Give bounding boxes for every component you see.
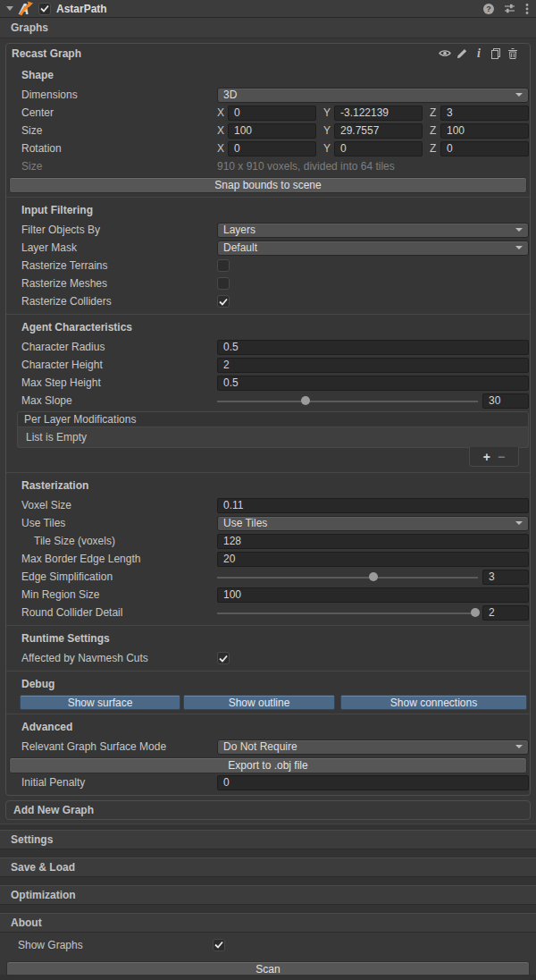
field-value-area: 0 — [217, 775, 529, 790]
section-header-save-load[interactable]: Save & Load — [0, 858, 536, 877]
tile-size-voxels-field[interactable]: 128 — [217, 534, 529, 549]
axis-label: Y — [323, 142, 334, 155]
show-surface-button[interactable]: Show surface — [20, 695, 180, 710]
filter-objects-by-dropdown[interactable]: Layers — [217, 223, 529, 238]
field-value-area: 0.11 — [217, 498, 529, 513]
round-collider-detail-field[interactable]: 2 — [482, 605, 529, 621]
initial-penalty-field[interactable]: 0 — [217, 775, 529, 790]
duplicate-icon[interactable] — [490, 47, 502, 60]
row-size: Size910 x 910 voxels, divided into 64 ti… — [6, 157, 530, 175]
field-label: Size — [21, 160, 217, 173]
export-to-obj-file-button[interactable]: Export to .obj file — [9, 757, 527, 773]
chevron-down-icon — [515, 93, 523, 97]
row-character-height: Character Height2 — [6, 356, 530, 374]
rasterize-terrains-checkbox[interactable] — [217, 259, 230, 272]
section-header-about[interactable]: About — [0, 913, 536, 933]
rotation-x-field[interactable]: 0 — [228, 141, 316, 156]
field-label: Character Height — [21, 359, 217, 371]
trash-icon[interactable] — [507, 47, 519, 60]
field-label: Show Graphs — [18, 939, 213, 951]
round-collider-detail-slider[interactable] — [217, 605, 478, 621]
field-value-area: 0.5 — [217, 340, 529, 355]
add-item-button[interactable]: + — [483, 451, 490, 463]
row-size: SizeX100Y29.7557Z100 — [6, 122, 530, 139]
relevant-graph-surface-mode-dropdown[interactable]: Do Not Require — [217, 739, 529, 755]
character-height-field[interactable]: 2 — [217, 358, 529, 373]
voxel-size-field[interactable]: 0.11 — [217, 498, 529, 513]
rasterize-colliders-checkbox[interactable] — [217, 295, 230, 308]
rasterize-meshes-checkbox[interactable] — [217, 277, 230, 290]
slider-track[interactable] — [217, 577, 478, 579]
field-value-area: 2 — [217, 358, 529, 373]
section-header-settings[interactable]: Settings — [0, 830, 536, 849]
show-connections-button[interactable]: Show connections — [340, 695, 527, 710]
field-value-area: Use Tiles — [217, 516, 529, 531]
max-border-edge-length-field[interactable]: 20 — [217, 552, 529, 567]
use-tiles-dropdown[interactable]: Use Tiles — [217, 516, 529, 531]
section-agent-characteristics: Agent CharacteristicsCharacter Radius0.5… — [6, 315, 530, 469]
field-label: Max Border Edge Length — [21, 553, 217, 565]
max-step-height-field[interactable]: 0.5 — [217, 376, 529, 391]
edge-simplification-field[interactable]: 3 — [482, 570, 529, 585]
slider-track[interactable] — [217, 401, 478, 402]
center-z-field[interactable]: 3 — [440, 106, 529, 121]
affected-by-navmesh-cuts-checkbox[interactable] — [217, 652, 230, 664]
remove-item-button[interactable]: − — [498, 451, 505, 463]
section-title: Shape — [6, 68, 530, 82]
edge-simplification-slider[interactable] — [217, 570, 478, 585]
chevron-down-icon — [515, 246, 523, 249]
size-z-field[interactable]: 100 — [440, 123, 529, 139]
snap-bounds-to-scene-button[interactable]: Snap bounds to scene — [9, 177, 527, 193]
field-label: Rasterize Meshes — [21, 277, 217, 290]
row-tile-size-voxels: Tile Size (voxels)128 — [6, 532, 530, 550]
center-x-field[interactable]: 0 — [228, 106, 316, 121]
min-region-size-field[interactable]: 100 — [217, 587, 529, 603]
slider-thumb[interactable] — [301, 396, 310, 405]
dropdown-value: Use Tiles — [223, 517, 267, 529]
eye-icon[interactable] — [439, 47, 451, 60]
section-title: Agent Characteristics — [6, 320, 530, 334]
info-text: 910 x 910 voxels, divided into 64 tiles — [217, 160, 395, 173]
slider-track[interactable] — [217, 612, 478, 614]
field-label: Voxel Size — [21, 499, 217, 511]
section-advanced: AdvancedRelevant Graph Surface ModeDo No… — [6, 714, 530, 791]
slider-thumb[interactable] — [369, 572, 378, 581]
help-icon[interactable]: ? — [483, 4, 494, 14]
character-radius-field[interactable]: 0.5 — [217, 340, 529, 355]
center-y-field[interactable]: -3.122139 — [334, 106, 423, 121]
chevron-down-icon — [515, 521, 523, 525]
rotation-z-field[interactable]: 0 — [440, 141, 529, 156]
field-label: Size — [21, 124, 217, 137]
kebab-menu-icon[interactable] — [525, 3, 529, 15]
graphs-section-header[interactable]: Graphs — [0, 18, 536, 38]
show-graphs-checkbox[interactable] — [213, 939, 225, 951]
foldout-arrow-icon[interactable] — [6, 6, 13, 11]
row-filter-objects-by: Filter Objects ByLayers — [6, 221, 530, 239]
show-outline-button[interactable]: Show outline — [183, 695, 335, 710]
enabled-checkbox[interactable] — [38, 3, 51, 15]
dimensions-dropdown[interactable]: 3D — [217, 88, 529, 103]
section-title: Input Filtering — [6, 203, 530, 217]
presets-icon[interactable] — [504, 3, 515, 14]
section-header-optimization[interactable]: Optimization — [0, 885, 536, 905]
max-slope-field[interactable]: 30 — [482, 393, 529, 409]
pencil-icon[interactable] — [456, 47, 468, 60]
vector-x-group: X0 — [217, 141, 316, 156]
graph-title[interactable]: Recast Graph — [12, 47, 81, 60]
max-slope-slider[interactable] — [217, 393, 478, 409]
field-label: Max Slope — [21, 394, 217, 407]
layer-mask-dropdown[interactable]: Default — [217, 241, 529, 256]
rotation-y-field[interactable]: 0 — [334, 141, 423, 156]
row-affected-by-navmesh-cuts: Affected by Navmesh Cuts — [6, 649, 530, 667]
slider-thumb[interactable] — [471, 608, 480, 617]
field-value-area — [217, 277, 529, 290]
field-label: Filter Objects By — [21, 224, 217, 236]
field-label: Initial Penalty — [21, 776, 217, 789]
add-new-graph-button[interactable]: Add New Graph — [5, 800, 531, 820]
size-x-field[interactable]: 100 — [228, 123, 316, 139]
info-icon[interactable]: i — [473, 47, 485, 60]
row-rasterize-terrains: Rasterize Terrains — [6, 257, 530, 275]
list-header[interactable]: Per Layer Modifications — [17, 411, 529, 427]
size-y-field[interactable]: 29.7557 — [334, 123, 423, 139]
list-empty-row: List is Empty — [17, 427, 529, 448]
